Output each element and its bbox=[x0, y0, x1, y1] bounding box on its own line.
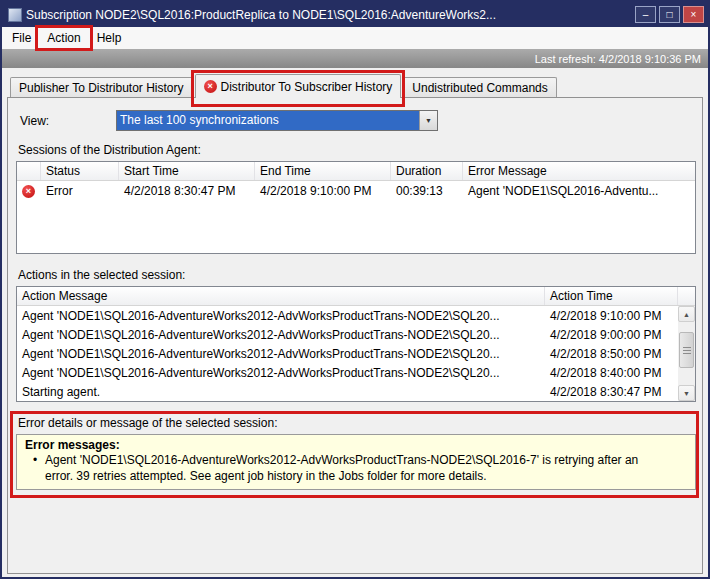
sessions-label: Sessions of the Distribution Agent: bbox=[18, 143, 694, 157]
column-header-end-time[interactable]: End Time bbox=[255, 162, 391, 180]
dropdown-arrow-icon[interactable]: ▼ bbox=[419, 111, 437, 130]
error-message-item: • Agent 'NODE1\SQL2016-AdventureWorks201… bbox=[25, 453, 687, 484]
scrollbar-track[interactable] bbox=[678, 368, 695, 385]
session-status-icon-cell: × bbox=[17, 183, 41, 198]
tab-strip: Publisher To Distributor History × Distr… bbox=[10, 74, 708, 98]
refresh-strip: Last refresh: 4/2/2018 9:10:36 PM bbox=[2, 49, 708, 68]
session-error-message: Agent 'NODE1\SQL2016-Adventu... bbox=[463, 184, 695, 198]
action-message: Agent 'NODE1\SQL2016-AdventureWorks2012-… bbox=[17, 366, 545, 380]
action-message: Agent 'NODE1\SQL2016-AdventureWorks2012-… bbox=[17, 309, 545, 323]
session-end-time: 4/2/2018 9:10:00 PM bbox=[255, 184, 391, 198]
action-row[interactable]: Agent 'NODE1\SQL2016-AdventureWorks2012-… bbox=[17, 363, 678, 382]
close-button[interactable]: × bbox=[683, 6, 704, 23]
minimize-button[interactable]: – bbox=[635, 6, 656, 23]
column-header-action-time[interactable]: Action Time bbox=[545, 287, 678, 305]
actions-table: Action Message Action Time Agent 'NODE1\… bbox=[16, 286, 696, 402]
action-message: Starting agent. bbox=[17, 385, 545, 399]
column-header-status[interactable]: Status bbox=[41, 162, 119, 180]
menu-help[interactable]: Help bbox=[89, 27, 130, 49]
error-message-text: Agent 'NODE1\SQL2016-AdventureWorks2012-… bbox=[45, 453, 687, 484]
titlebar[interactable]: Subscription NODE2\SQL2016:ProductReplic… bbox=[2, 2, 708, 27]
tab-undistributed-commands[interactable]: Undistributed Commands bbox=[403, 77, 556, 97]
tab-panel: View: The last 100 synchronizations ▼ Se… bbox=[7, 97, 703, 574]
column-header-error-message[interactable]: Error Message bbox=[463, 162, 695, 180]
action-row[interactable]: Agent 'NODE1\SQL2016-AdventureWorks2012-… bbox=[17, 344, 678, 363]
scroll-down-icon[interactable]: ▼ bbox=[678, 385, 695, 401]
sessions-table-header: Status Start Time End Time Duration Erro… bbox=[17, 162, 695, 181]
window-title: Subscription NODE2\SQL2016:ProductReplic… bbox=[26, 7, 635, 22]
actions-label: Actions in the selected session: bbox=[18, 268, 694, 282]
bullet-icon: • bbox=[25, 453, 45, 484]
column-header-start-time[interactable]: Start Time bbox=[119, 162, 255, 180]
view-combobox-value: The last 100 synchronizations bbox=[117, 111, 419, 130]
actions-table-header: Action Message Action Time bbox=[17, 287, 695, 306]
session-start-time: 4/2/2018 8:30:47 PM bbox=[119, 184, 255, 198]
scrollbar-grip-icon bbox=[683, 347, 691, 354]
action-row[interactable]: Starting agent. 4/2/2018 8:30:47 PM bbox=[17, 382, 678, 401]
action-time: 4/2/2018 8:50:00 PM bbox=[545, 347, 678, 361]
action-row[interactable]: Agent 'NODE1\SQL2016-AdventureWorks2012-… bbox=[17, 306, 678, 325]
error-details-box: Error messages: • Agent 'NODE1\SQL2016-A… bbox=[16, 434, 696, 490]
tab-distributor-to-subscriber-history[interactable]: × Distributor To Subscriber History bbox=[195, 74, 402, 98]
action-message: Agent 'NODE1\SQL2016-AdventureWorks2012-… bbox=[17, 328, 545, 342]
session-status: Error bbox=[41, 184, 119, 198]
tab-label: Publisher To Distributor History bbox=[19, 81, 184, 95]
scrollbar-thumb[interactable] bbox=[679, 332, 694, 368]
session-duration: 00:39:13 bbox=[391, 184, 463, 198]
view-combobox[interactable]: The last 100 synchronizations ▼ bbox=[116, 110, 438, 131]
sessions-table: Status Start Time End Time Duration Erro… bbox=[16, 161, 696, 254]
error-details-section: Error details or message of the selected… bbox=[16, 416, 694, 490]
tab-label: Undistributed Commands bbox=[412, 81, 547, 95]
tab-publisher-to-distributor-history[interactable]: Publisher To Distributor History bbox=[10, 77, 193, 97]
action-row[interactable]: Agent 'NODE1\SQL2016-AdventureWorks2012-… bbox=[17, 325, 678, 344]
subscription-history-window: Subscription NODE2\SQL2016:ProductReplic… bbox=[0, 0, 710, 579]
tab-label: Distributor To Subscriber History bbox=[221, 80, 393, 94]
view-label: View: bbox=[20, 114, 116, 128]
action-time: 4/2/2018 9:00:00 PM bbox=[545, 328, 678, 342]
error-icon: × bbox=[204, 80, 217, 93]
header-stub bbox=[678, 287, 695, 305]
actions-table-body: Agent 'NODE1\SQL2016-AdventureWorks2012-… bbox=[17, 306, 695, 401]
action-time: 4/2/2018 8:40:00 PM bbox=[545, 366, 678, 380]
menu-action[interactable]: Action bbox=[39, 27, 88, 49]
menu-action-label: Action bbox=[47, 31, 80, 45]
column-header-duration[interactable]: Duration bbox=[391, 162, 463, 180]
error-icon: × bbox=[22, 185, 35, 198]
error-messages-heading: Error messages: bbox=[25, 438, 687, 452]
maximize-button[interactable]: □ bbox=[659, 6, 680, 23]
actions-rows: Agent 'NODE1\SQL2016-AdventureWorks2012-… bbox=[17, 306, 678, 401]
window-controls: – □ × bbox=[635, 6, 704, 23]
sessions-table-body: × Error 4/2/2018 8:30:47 PM 4/2/2018 9:1… bbox=[17, 181, 695, 253]
scroll-up-icon[interactable]: ▲ bbox=[678, 306, 695, 322]
last-refresh-text: Last refresh: 4/2/2018 9:10:36 PM bbox=[535, 53, 701, 65]
vertical-scrollbar[interactable]: ▲ ▼ bbox=[678, 306, 695, 401]
column-header-icon[interactable] bbox=[17, 162, 41, 180]
view-row: View: The last 100 synchronizations ▼ bbox=[20, 110, 694, 131]
window-icon bbox=[8, 8, 22, 22]
menu-bar: File Action Help bbox=[2, 27, 708, 49]
error-details-label: Error details or message of the selected… bbox=[18, 416, 694, 430]
action-time: 4/2/2018 9:10:00 PM bbox=[545, 309, 678, 323]
column-header-action-message[interactable]: Action Message bbox=[17, 287, 545, 305]
action-message: Agent 'NODE1\SQL2016-AdventureWorks2012-… bbox=[17, 347, 545, 361]
action-time: 4/2/2018 8:30:47 PM bbox=[545, 385, 678, 399]
session-row[interactable]: × Error 4/2/2018 8:30:47 PM 4/2/2018 9:1… bbox=[17, 181, 695, 200]
menu-file[interactable]: File bbox=[4, 27, 39, 49]
